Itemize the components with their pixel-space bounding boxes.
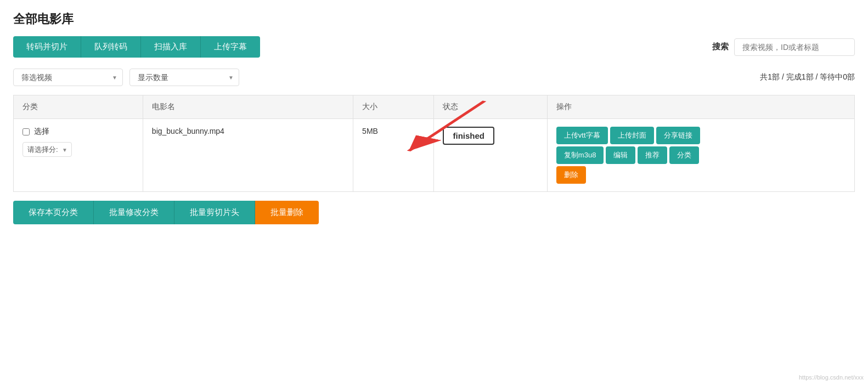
upload-cover-button[interactable]: 上传封面 [610,127,654,144]
delete-button[interactable]: 删除 [556,166,586,184]
category-cell: 选择 请选择分: [14,119,143,192]
watermark: https://blog.csdn.net/xxx [799,374,864,381]
status-badge: finished [443,127,494,145]
table-row: 选择 请选择分: big_buck_bunny.mp4 [14,119,855,192]
select-label: 选择 [34,127,49,137]
top-toolbar: 转码并切片 队列转码 扫描入库 上传字幕 搜索 [13,36,855,58]
table-container: 分类 电影名 大小 状态 操作 选择 [13,95,855,192]
action-row-2: 复制m3u8 编辑 推荐 分类 [556,146,846,164]
col-name: 电影名 [143,95,353,119]
scan-library-button[interactable]: 扫描入库 [141,36,201,58]
count-filter-wrapper: 显示数量 [129,69,239,86]
actions-cell: 上传vtt字幕 上传封面 分享链接 复制m3u8 编辑 推荐 分类 删除 [547,119,854,192]
transcode-slice-button[interactable]: 转码并切片 [13,36,81,58]
action-row-1: 上传vtt字幕 上传封面 分享链接 [556,127,846,144]
col-status: 状态 [434,95,547,119]
checkbox-row: 选择 [22,127,134,137]
movie-name: big_buck_bunny.mp4 [152,127,224,135]
filter-row: 筛选视频 显示数量 共1部 / 完成1部 / 等待中0部 [13,69,855,86]
batch-delete-button[interactable]: 批量删除 [255,201,319,224]
share-link-button[interactable]: 分享链接 [656,127,700,144]
search-area: 搜索 [712,38,855,56]
batch-edit-category-button[interactable]: 批量修改分类 [94,201,174,224]
size-cell: 5MB [353,119,434,192]
copy-m3u8-button[interactable]: 复制m3u8 [556,146,604,164]
upload-vtt-button[interactable]: 上传vtt字幕 [556,127,608,144]
video-filter-select[interactable]: 筛选视频 [13,69,123,86]
col-actions: 操作 [547,95,854,119]
categorize-button[interactable]: 分类 [669,146,699,164]
col-size: 大小 [353,95,434,119]
search-input[interactable] [734,38,855,56]
video-filter-wrapper: 筛选视频 [13,69,123,86]
upload-subtitle-button[interactable]: 上传字幕 [201,36,260,58]
status-cell: finished [434,119,547,192]
search-label: 搜索 [712,42,729,52]
queue-transcode-button[interactable]: 队列转码 [81,36,141,58]
filter-count: 共1部 / 完成1部 / 等待中0部 [760,72,855,82]
action-row-3: 删除 [556,166,846,184]
count-filter-select[interactable]: 显示数量 [129,69,239,86]
main-table: 分类 电影名 大小 状态 操作 选择 [13,95,855,192]
category-select[interactable]: 请选择分: [22,142,72,157]
row-checkbox[interactable] [22,128,30,135]
recommend-button[interactable]: 推荐 [638,146,667,164]
col-category: 分类 [14,95,143,119]
movie-name-cell: big_buck_bunny.mp4 [143,119,353,192]
edit-button[interactable]: 编辑 [606,146,635,164]
save-category-button[interactable]: 保存本页分类 [13,201,94,224]
page-title: 全部电影库 [13,11,855,27]
category-select-wrapper: 请选择分: [22,142,72,157]
file-size: 5MB [362,127,378,135]
bottom-toolbar: 保存本页分类 批量修改分类 批量剪切片头 批量删除 [13,201,855,224]
batch-trim-button[interactable]: 批量剪切片头 [174,201,255,224]
